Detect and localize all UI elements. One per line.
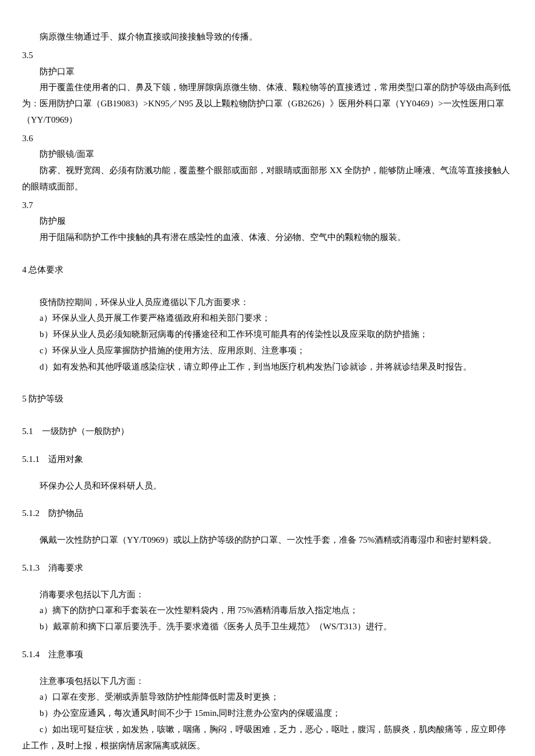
section-5-heading: 5 防护等级: [22, 391, 513, 407]
section-5-1-2-body: 佩戴一次性防护口罩（YY/T0969）或以上防护等级的防护口罩、一次性手套，准备…: [22, 532, 513, 549]
section-4-intro: 疫情防控期间，环保从业人员应遵循以下几方面要求：: [22, 295, 513, 311]
section-3-7-num: 3.7: [22, 198, 513, 214]
section-5-1-heading: 5.1 一级防护（一般防护）: [22, 424, 513, 440]
section-4-item-c: c）环保从业人员应掌握防护措施的使用方法、应用原则、注意事项；: [22, 343, 513, 359]
section-3-5-num: 3.5: [22, 48, 513, 64]
section-3-7-title: 防护服: [22, 213, 513, 230]
section-3-7-body: 用于阻隔和防护工作中接触的具有潜在感染性的血液、体液、分泌物、空气中的颗粒物的服…: [22, 230, 513, 246]
section-3-6-num: 3.6: [22, 131, 513, 147]
section-3-6-title: 防护眼镜/面罩: [22, 146, 513, 163]
section-5-1-3-item-a: a）摘下的防护口罩和手套装在一次性塑料袋内，用 75%酒精消毒后放入指定地点；: [22, 603, 513, 619]
section-5-1-3-heading: 5.1.3 消毒要求: [22, 560, 513, 576]
section-4-item-b: b）环保从业人员必须知晓新冠病毒的传播途径和工作环境可能具有的传染性以及应采取的…: [22, 327, 513, 343]
section-5-1-4-item-a: a）口罩在变形、受潮或弄脏导致防护性能降低时需及时更换；: [22, 689, 513, 705]
section-4-item-a: a）环保从业人员开展工作要严格遵循政府和相关部门要求；: [22, 310, 513, 327]
section-5-1-4-intro: 注意事项包括以下几方面：: [22, 673, 513, 690]
section-5-1-1-heading: 5.1.1 适用对象: [22, 452, 513, 468]
section-5-1-3-item-b: b）戴罩前和摘下口罩后要洗手。洗手要求遵循《医务人员手卫生规范》（WS/T313…: [22, 619, 513, 635]
section-4-item-d: d）如有发热和其他呼吸道感染症状，请立即停止工作，到当地医疗机构发热门诊就诊，并…: [22, 359, 513, 375]
section-3-5-title: 防护口罩: [22, 64, 513, 80]
section-3-6-body: 防雾、视野宽阔、必须有防溅功能，覆盖整个眼部或面部，对眼睛或面部形 XX 全防护…: [22, 163, 513, 195]
section-5-1-4-item-b: b）办公室应通风，每次通风时间不少于 15min,同时注意办公室内的保暖温度；: [22, 705, 513, 722]
para-3-4-body: 病原微生物通过手、媒介物直接或间接接触导致的传播。: [22, 29, 513, 45]
section-5-1-4-heading: 5.1.4 注意事项: [22, 647, 513, 663]
section-5-1-4-item-c: c）如出现可疑症状，如发热，咳嗽，咽痛，胸闷，呼吸困难，乏力，恶心，呕吐，腹泻，…: [22, 722, 513, 754]
section-5-1-1-body: 环保办公人员和环保科研人员。: [22, 478, 513, 495]
section-3-5-body: 用于覆盖住使用者的口、鼻及下颌，物理屏隙病原微生物、体液、颗粒物等的直接透过，常…: [22, 80, 513, 128]
section-4-heading: 4 总体要求: [22, 262, 513, 278]
section-5-1-2-heading: 5.1.2 防护物品: [22, 506, 513, 522]
section-5-1-3-intro: 消毒要求包括以下几方面：: [22, 587, 513, 603]
